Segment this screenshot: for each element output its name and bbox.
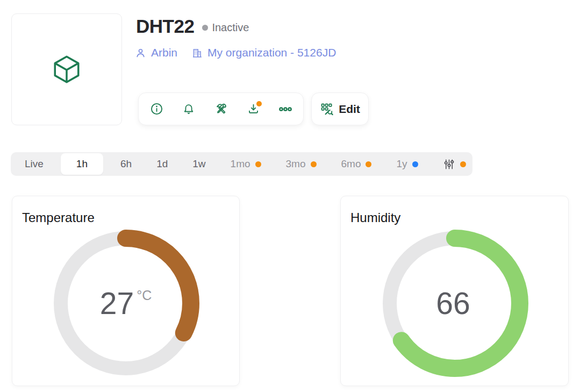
- tab-3mo[interactable]: 3mo: [285, 153, 318, 175]
- tab-1w[interactable]: 1w: [191, 153, 206, 175]
- humidity-widget-card: Humidity 66: [340, 196, 569, 386]
- humidity-number: 66: [436, 286, 470, 321]
- tab-1mo[interactable]: 1mo: [230, 153, 262, 175]
- temperature-gauge: 27 °C: [50, 227, 202, 379]
- humidity-value: 66: [379, 227, 531, 379]
- status-dot-icon: [202, 25, 208, 31]
- download-badge-dot: [256, 101, 262, 106]
- tab-1y[interactable]: 1y: [395, 153, 419, 175]
- status-badge: Inactive: [202, 22, 249, 34]
- page-title: DHT22: [136, 17, 194, 35]
- device-image-card: [11, 13, 122, 125]
- tab-indicator-dot: [255, 161, 261, 167]
- edit-button[interactable]: Edit: [311, 92, 369, 125]
- humidity-widget-title: Humidity: [350, 210, 400, 225]
- time-range-tabbar: Live 1h 6h 1d 1w 1mo 3mo 6mo 1y: [11, 152, 472, 176]
- tab-indicator-dot: [311, 161, 317, 167]
- download-button[interactable]: [244, 100, 262, 118]
- ellipsis-icon: [278, 102, 292, 116]
- organization-label: My organization - 5126JD: [207, 46, 336, 59]
- tab-live[interactable]: Live: [24, 153, 45, 175]
- owner-label: Arbin: [151, 46, 177, 59]
- bell-icon: [182, 103, 195, 116]
- owner-link[interactable]: Arbin: [135, 46, 177, 59]
- edit-button-label: Edit: [339, 103, 360, 116]
- temperature-unit: °C: [137, 288, 152, 303]
- tab-custom-range[interactable]: [442, 153, 467, 175]
- more-options-button[interactable]: [276, 100, 295, 118]
- tab-indicator-dot: [366, 161, 371, 167]
- status-label: Inactive: [212, 22, 249, 34]
- temperature-number: 27: [100, 286, 134, 321]
- organization-link[interactable]: My organization - 5126JD: [191, 46, 336, 59]
- info-button[interactable]: [147, 100, 166, 118]
- humidity-gauge: 66: [379, 227, 531, 379]
- device-toolbar: [138, 92, 304, 125]
- info-icon: [150, 102, 163, 116]
- cube-icon: [51, 54, 82, 85]
- device-dashboard-page: DHT22 Inactive Arbin: [0, 0, 580, 392]
- tab-6mo[interactable]: 6mo: [340, 153, 373, 175]
- person-icon: [135, 47, 146, 59]
- tab-1h[interactable]: 1h: [61, 153, 103, 175]
- device-header: DHT22 Inactive: [136, 17, 249, 35]
- edit-widgets-icon: [320, 102, 334, 116]
- tab-6h[interactable]: 6h: [119, 153, 133, 175]
- temperature-value: 27 °C: [50, 227, 202, 379]
- tab-1d[interactable]: 1d: [155, 153, 169, 175]
- temperature-widget-title: Temperature: [22, 210, 95, 225]
- maintenance-button[interactable]: [212, 100, 230, 118]
- tab-indicator-dot: [412, 161, 418, 167]
- building-icon: [191, 47, 203, 59]
- temperature-widget-card: Temperature 27 °C: [12, 196, 240, 386]
- tab-indicator-dot: [460, 161, 466, 167]
- notifications-button[interactable]: [180, 100, 198, 118]
- device-meta-links: Arbin My organization - 5126JD: [135, 46, 336, 59]
- tools-icon: [214, 102, 228, 116]
- sliders-icon: [443, 158, 455, 170]
